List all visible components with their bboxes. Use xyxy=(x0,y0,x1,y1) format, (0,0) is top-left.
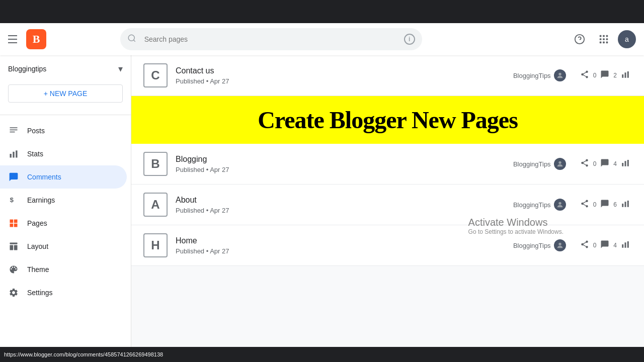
sidebar-item-label: Posts xyxy=(27,127,45,135)
sidebar-item-label: Layout xyxy=(27,242,48,250)
author-info-home: BloggingTips xyxy=(513,239,566,251)
sidebar-item-earnings[interactable]: $ Earnings xyxy=(0,189,127,212)
comment-icon[interactable] xyxy=(598,197,611,212)
page-title-blogging[interactable]: Blogging xyxy=(176,155,513,164)
svg-rect-4 xyxy=(600,35,602,37)
blog-selector[interactable]: Bloggingtips ▾ xyxy=(0,59,131,82)
main-content: C Contact us Published • Apr 27 Blogging… xyxy=(131,55,644,347)
svg-point-35 xyxy=(558,243,561,245)
svg-rect-16 xyxy=(10,154,12,158)
sidebar-item-layout[interactable]: Layout xyxy=(0,235,127,258)
stats-icon-contact[interactable] xyxy=(619,68,632,83)
svg-point-23 xyxy=(558,73,561,75)
search-info-icon[interactable]: i xyxy=(404,34,415,45)
views-count-contact: 2 xyxy=(613,72,617,79)
share-icon[interactable] xyxy=(578,156,591,171)
page-meta-home: Published • Apr 27 xyxy=(176,247,513,255)
author-name: BloggingTips xyxy=(513,201,551,209)
header-left: B xyxy=(8,29,46,49)
sidebar-item-label: Earnings xyxy=(27,196,55,204)
stats-icon-blogging[interactable] xyxy=(619,156,632,171)
author-avatar xyxy=(554,199,566,211)
page-info-contact: Contact us Published • Apr 27 xyxy=(176,66,513,85)
comments-icon xyxy=(8,171,19,183)
svg-rect-10 xyxy=(600,42,602,44)
sidebar-item-pages[interactable]: Pages xyxy=(0,212,127,235)
hamburger-icon[interactable] xyxy=(8,33,20,45)
svg-rect-20 xyxy=(10,243,18,244)
views-count-about: 6 xyxy=(613,201,617,208)
help-button[interactable] xyxy=(570,29,590,49)
sidebar-item-stats[interactable]: Stats xyxy=(0,142,127,165)
stats-icon-about[interactable] xyxy=(619,197,632,212)
author-name: BloggingTips xyxy=(513,160,551,168)
author-info-blogging: BloggingTips xyxy=(513,158,566,170)
views-count-blogging: 4 xyxy=(613,160,617,167)
comments-count-about: 0 xyxy=(593,201,597,208)
svg-text:$: $ xyxy=(10,196,14,204)
svg-rect-14 xyxy=(10,130,18,131)
status-bar: https://www.blogger.com/blog/comments/45… xyxy=(0,347,644,362)
apps-icon[interactable] xyxy=(594,29,614,49)
share-icon[interactable] xyxy=(578,238,591,253)
svg-rect-24 xyxy=(622,74,623,78)
sidebar-item-label: Stats xyxy=(27,150,43,158)
stats-icon xyxy=(8,148,19,159)
comment-icon[interactable] xyxy=(598,238,611,253)
page-letter-avatar-h: H xyxy=(143,233,168,257)
search-input[interactable] xyxy=(120,28,422,50)
svg-rect-25 xyxy=(625,72,626,78)
svg-rect-28 xyxy=(622,163,623,166)
comments-count-blogging: 0 xyxy=(593,160,597,167)
comment-icon[interactable] xyxy=(598,156,611,171)
blogger-logo[interactable]: B xyxy=(26,29,46,49)
user-avatar[interactable]: a xyxy=(618,30,636,48)
action-icons-blogging: 0 4 xyxy=(578,156,632,171)
page-title-home[interactable]: Home xyxy=(176,236,513,245)
svg-rect-5 xyxy=(603,35,605,37)
yellow-banner: Create Blogger New Pages xyxy=(131,96,644,144)
share-icon[interactable] xyxy=(578,68,591,83)
sidebar-divider xyxy=(0,115,131,115)
svg-rect-32 xyxy=(622,204,623,207)
page-meta-about: Published • Apr 27 xyxy=(176,207,513,214)
svg-rect-38 xyxy=(627,241,629,248)
comment-icon[interactable] xyxy=(598,68,611,83)
views-count-home: 4 xyxy=(613,242,617,249)
page-item-contact: C Contact us Published • Apr 27 Blogging… xyxy=(131,55,644,96)
new-page-label: + NEW PAGE xyxy=(44,89,87,98)
comments-count-home: 0 xyxy=(593,242,597,249)
search-container: i xyxy=(120,28,422,50)
svg-point-0 xyxy=(128,35,134,41)
layout-icon xyxy=(8,241,19,252)
status-bar-url: https://www.blogger.com/blog/comments/45… xyxy=(4,351,163,357)
page-title-contact[interactable]: Contact us xyxy=(176,66,513,75)
new-page-button[interactable]: + NEW PAGE xyxy=(8,84,123,103)
activate-windows-subtitle: Go to Settings to activate Windows. xyxy=(468,228,564,235)
svg-rect-12 xyxy=(606,42,608,44)
sidebar-item-comments[interactable]: Comments xyxy=(0,165,127,189)
stats-icon-home[interactable] xyxy=(619,238,632,253)
blogger-logo-letter: B xyxy=(33,33,40,46)
page-info-blogging: Blogging Published • Apr 27 xyxy=(176,155,513,173)
sidebar-item-theme[interactable]: Theme xyxy=(0,258,127,281)
sidebar-item-posts[interactable]: Posts xyxy=(0,119,127,142)
svg-rect-6 xyxy=(606,35,608,37)
svg-rect-15 xyxy=(10,132,15,133)
sidebar-item-label: Theme xyxy=(27,265,49,274)
svg-rect-22 xyxy=(14,245,18,250)
sidebar-item-label: Pages xyxy=(27,219,47,227)
page-item-blogging: B Blogging Published • Apr 27 BloggingTi… xyxy=(131,144,644,185)
blog-name: Bloggingtips xyxy=(8,65,114,73)
svg-rect-13 xyxy=(10,127,18,128)
page-title-about[interactable]: About xyxy=(176,196,513,205)
search-icon xyxy=(127,34,136,45)
author-info-about: BloggingTips xyxy=(513,199,566,211)
pages-icon xyxy=(8,218,19,229)
top-black-bar xyxy=(0,0,644,23)
sidebar-item-settings[interactable]: Settings xyxy=(0,281,127,304)
svg-rect-8 xyxy=(603,38,605,40)
share-icon[interactable] xyxy=(578,197,591,212)
earnings-icon: $ xyxy=(8,195,19,206)
svg-rect-29 xyxy=(625,161,626,166)
